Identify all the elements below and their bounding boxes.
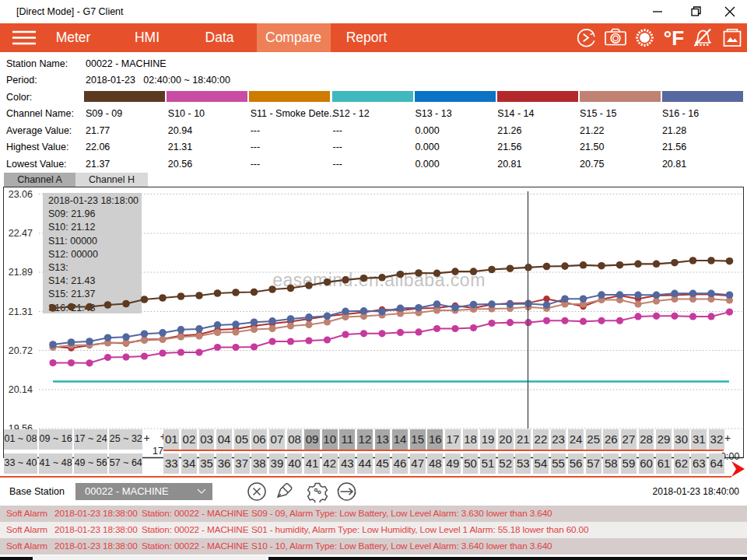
svg-text:S13:: S13: — [48, 262, 68, 273]
svg-text:2018-01-23 18:18:00: 2018-01-23 18:18:00 — [48, 195, 139, 206]
svg-text:+: + — [144, 432, 150, 444]
svg-text:21.89: 21.89 — [9, 267, 33, 278]
svg-text:20.14: 20.14 — [9, 384, 33, 395]
svg-text:°F: °F — [664, 26, 684, 50]
svg-text:21.31: 21.31 — [9, 306, 33, 317]
svg-text:17: 17 — [153, 446, 163, 457]
svg-text:S10: 21.12: S10: 21.12 — [48, 222, 96, 233]
svg-text:S11: 00000: S11: 00000 — [48, 236, 97, 247]
svg-text:S12: 00000: S12: 00000 — [48, 249, 98, 260]
svg-text:22.47: 22.47 — [9, 228, 33, 239]
svg-text:23.06: 23.06 — [9, 189, 33, 200]
svg-text:S15: 21.37: S15: 21.37 — [48, 289, 96, 299]
svg-text:+: + — [724, 432, 731, 444]
svg-text:S14: 21.43: S14: 21.43 — [48, 275, 96, 286]
svg-text:20.72: 20.72 — [9, 345, 33, 356]
svg-text:S09: 21.96: S09: 21.96 — [48, 208, 96, 219]
